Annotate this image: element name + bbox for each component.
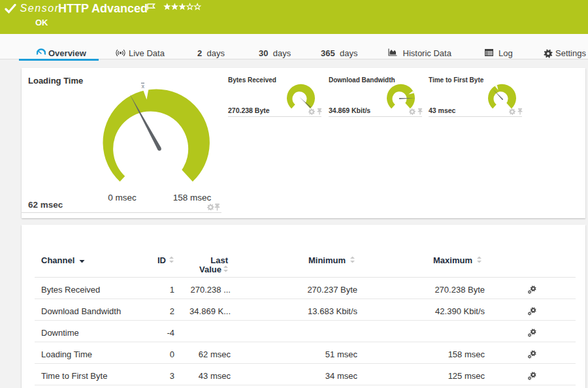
svg-text:x: x [142, 83, 145, 89]
